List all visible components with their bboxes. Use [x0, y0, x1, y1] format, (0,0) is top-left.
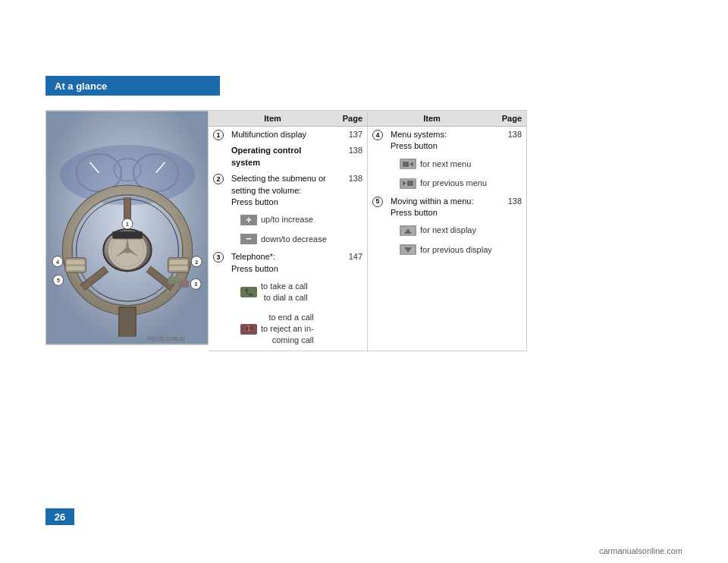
svg-rect-30 — [169, 260, 187, 265]
nav-down-icon — [400, 244, 416, 255]
item-page-138d: 138 — [496, 193, 526, 222]
svg-text:3: 3 — [194, 282, 197, 287]
svg-rect-46 — [120, 308, 135, 337]
section-header: At a glance — [46, 76, 220, 96]
item-page-138b: 138 — [337, 171, 367, 210]
watermark: carmanualsonline.com — [599, 546, 682, 555]
icon-label-prev-display: for previous display — [420, 244, 492, 256]
icon-label-take-call: to take a callto dial a call — [261, 281, 308, 304]
item-page-138a: 138 — [337, 143, 367, 171]
table-row: 1 Multifunction display 137 — [209, 127, 367, 143]
right-table: Item Page 4 Menu systems:Press button 13… — [368, 110, 527, 351]
nav-up-icon — [400, 225, 416, 236]
item-page-138c: 138 — [496, 127, 526, 155]
item-number-1: 1 — [213, 130, 224, 140]
svg-rect-48 — [403, 162, 409, 167]
page-number: 26 — [55, 511, 65, 523]
svg-rect-36 — [168, 276, 178, 284]
icon-label-down: down/to decrease — [261, 234, 327, 245]
icon-label-next-menu: for next menu — [420, 159, 471, 170]
right-table-page-header: Page — [496, 111, 526, 127]
icon-label-prev-menu: for previous menu — [420, 178, 487, 189]
item-number-5: 5 — [372, 197, 383, 207]
svg-rect-52 — [407, 181, 413, 186]
steering-wheel-image: 4 2 5 3 1 — [46, 110, 209, 345]
table-row: 3 Telephone*:Press button 147 — [209, 249, 367, 277]
left-table-page-header: Page — [337, 111, 367, 127]
svg-rect-26 — [67, 266, 85, 271]
minus-icon: − — [240, 234, 257, 244]
icon-label-next-display: for next display — [420, 225, 476, 236]
icon-row-plus: + up/to increase — [209, 210, 367, 229]
item-number-4: 4 — [372, 130, 383, 140]
svg-text:2: 2 — [195, 259, 198, 265]
item-label-menu-systems: Menu systems:Press button — [386, 127, 496, 155]
section-title: At a glance — [55, 80, 107, 92]
icon-row-next-menu: for next menu — [368, 155, 526, 174]
icon-row-prev-display: for previous display — [368, 241, 526, 259]
item-label-multifunction: Multifunction display — [227, 127, 337, 143]
svg-text:P82 90-2246-31: P82 90-2246-31 — [148, 336, 186, 341]
icon-row-call: 📞 to take a callto dial a call — [209, 277, 367, 308]
svg-text:5: 5 — [57, 278, 60, 283]
icon-row-end-call: 📵 to end a callto reject an in-coming ca… — [209, 308, 367, 351]
item-number-3: 3 — [213, 252, 224, 263]
menu-fwd-icon — [400, 159, 416, 169]
icon-row-prev-menu: for previous menu — [368, 174, 526, 193]
icon-label-up: up/to increase — [261, 214, 313, 225]
item-label-operating-control: Operating control system — [227, 143, 337, 171]
page-number-box: 26 — [46, 508, 74, 525]
phone-green-icon: 📞 — [240, 287, 257, 297]
icon-row-next-display: for next display — [368, 221, 526, 240]
item-number-2: 2 — [213, 174, 224, 184]
phone-red-icon: 📵 — [240, 324, 257, 335]
plus-icon: + — [240, 215, 257, 225]
main-content-area: 4 2 5 3 1 — [46, 110, 682, 351]
menu-back-icon — [400, 178, 416, 189]
item-label-telephone: Telephone*:Press button — [227, 249, 337, 277]
table-row: 2 Selecting the submenu or setting the v… — [209, 171, 367, 210]
svg-rect-37 — [178, 280, 189, 288]
icon-row-minus: − down/to decrease — [209, 230, 367, 249]
svg-text:4: 4 — [56, 259, 59, 265]
icon-label-end-call: to end a callto reject an in-coming call — [261, 312, 314, 347]
right-table-item-header: Item — [368, 111, 496, 127]
left-table-item-header: Item — [209, 111, 337, 127]
left-table: Item Page 1 Multifunction display 137 Op… — [209, 110, 368, 351]
svg-rect-31 — [169, 266, 187, 271]
svg-point-23 — [124, 247, 130, 253]
item-label-moving-menu: Moving within a menu:Press button — [386, 193, 496, 222]
svg-rect-25 — [67, 260, 85, 265]
table-row: 5 Moving within a menu:Press button 138 — [368, 193, 526, 222]
item-page-147: 147 — [337, 249, 367, 277]
item-label-select-submenu: Selecting the submenu or setting the vol… — [227, 171, 337, 210]
svg-text:1: 1 — [126, 222, 129, 227]
svg-point-1 — [60, 145, 195, 205]
item-page-137: 137 — [337, 127, 367, 143]
table-row: Operating control system 138 — [209, 143, 367, 171]
table-row: 4 Menu systems:Press button 138 — [368, 127, 526, 155]
